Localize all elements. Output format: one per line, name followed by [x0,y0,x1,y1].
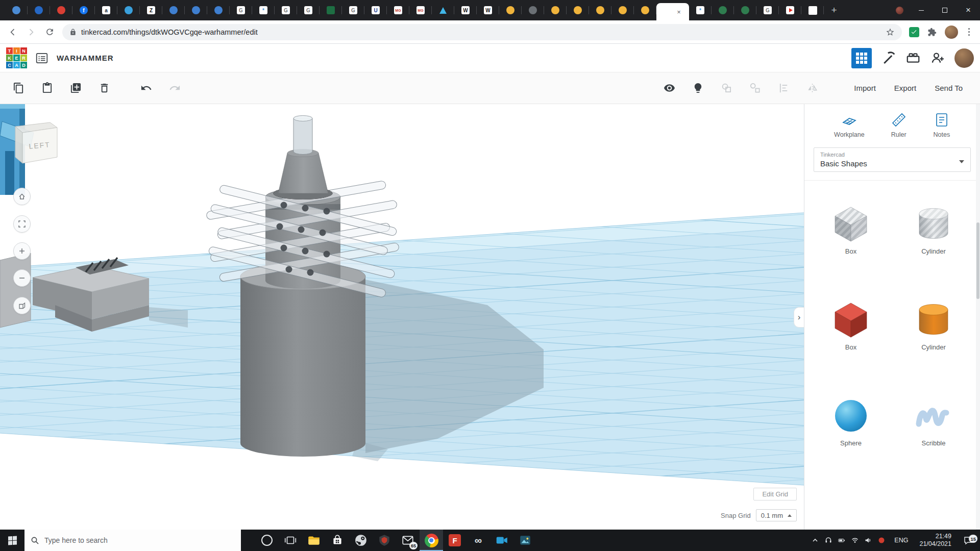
export-button[interactable]: Export [885,84,925,92]
taskbar-app-photos-app[interactable] [513,530,537,551]
model-top[interactable] [274,116,333,200]
taskbar-app-microsoft-store[interactable] [326,530,349,551]
designs-list-button[interactable] [35,52,48,65]
shape-scribble[interactable]: Scribble [914,396,953,447]
browser-profile-avatar[interactable] [945,26,958,39]
close-button[interactable]: × [957,0,980,20]
snap-grid-select[interactable]: 0.1 mm [756,509,797,521]
browser-tab[interactable] [611,0,634,20]
browser-tab[interactable] [589,0,611,20]
tray-battery-button[interactable] [835,536,848,544]
taskbar-app-file-explorer[interactable] [302,530,326,551]
import-button[interactable]: Import [845,84,885,92]
browser-tab[interactable]: G [275,0,297,20]
panel-collapse-handle[interactable]: › [794,307,804,328]
browser-tab[interactable]: MG [387,0,409,20]
paste-button[interactable] [37,78,57,98]
share-button[interactable] [930,51,945,66]
minimize-button[interactable] [910,0,933,20]
browser-tab[interactable] [5,0,28,20]
copy-button[interactable] [8,78,29,98]
browser-tab-active[interactable]: × [656,3,689,20]
browser-tab[interactable] [207,0,230,20]
browser-tab[interactable] [801,0,824,20]
new-tab-button[interactable]: + [827,3,841,17]
browser-tab[interactable] [320,0,342,20]
delete-button[interactable] [94,78,114,98]
fit-view-button[interactable] [13,215,31,233]
search-input[interactable] [44,536,235,544]
browser-tab[interactable] [634,0,656,20]
browser-tab[interactable]: G [297,0,320,20]
browser-tab[interactable]: U [364,0,387,20]
forward-button[interactable] [22,23,40,41]
taskbar-app-msi-center[interactable] [373,530,396,551]
tray-hidden-icons-button[interactable] [808,536,822,544]
start-button[interactable] [0,530,24,551]
scrollbar-thumb[interactable] [976,222,979,299]
browser-tab[interactable]: * [252,0,275,20]
taskbar-search[interactable] [24,530,241,551]
browser-tab[interactable] [117,0,140,20]
undo-button[interactable] [136,78,156,98]
view-3d-button[interactable] [851,48,872,68]
refresh-button[interactable] [41,23,58,41]
taskbar-app-steam[interactable] [349,530,373,551]
browser-tab[interactable]: W [454,0,477,20]
taskbar-app-mail[interactable]: 65 [396,530,420,551]
browser-tab[interactable]: a [95,0,117,20]
extensions-button[interactable] [923,23,941,41]
tray-headset-button[interactable] [822,536,835,544]
browser-tab[interactable] [567,0,589,20]
blocks-export-button[interactable] [881,51,896,66]
browser-tab[interactable] [162,0,185,20]
browser-tab[interactable] [734,0,756,20]
edit-grid-button[interactable]: Edit Grid [753,488,797,500]
browser-tab[interactable]: f [72,0,95,20]
toggle-visibility-button[interactable] [688,78,708,98]
zoom-in-button[interactable] [13,242,31,260]
browser-frame-badge-icon[interactable] [896,7,903,14]
back-button[interactable] [4,23,21,41]
tray-volume-button[interactable] [862,536,875,544]
maximize-button[interactable] [933,0,957,20]
shape-box[interactable]: Box [831,300,870,351]
zoom-out-button[interactable] [13,269,31,287]
browser-tab[interactable]: G [342,0,364,20]
extension-check-button[interactable] [909,27,919,37]
browser-tab[interactable] [432,0,454,20]
show-all-button[interactable] [659,78,679,98]
browser-tab[interactable] [712,0,734,20]
panel-tool-ruler[interactable]: Ruler [890,112,908,138]
3d-viewport[interactable]: LEFT [0,104,804,530]
browser-tab[interactable] [522,0,544,20]
browser-tab[interactable]: MG [409,0,432,20]
browser-tab[interactable]: * [689,0,712,20]
browser-tab[interactable] [499,0,522,20]
taskbar-app-task-view[interactable] [279,530,302,551]
shape-sphere[interactable]: Sphere [831,396,870,447]
send-to-button[interactable]: Send To [925,84,972,92]
action-center-button[interactable]: 15 [957,535,980,545]
duplicate-button[interactable] [65,78,86,98]
panel-scrollbar[interactable] [976,104,980,530]
browser-tab[interactable] [50,0,72,20]
browser-tab[interactable]: Z [140,0,162,20]
tinkercad-logo[interactable]: TINKERCAD [6,47,27,68]
perspective-toggle-button[interactable] [13,297,31,314]
viewcube[interactable]: LEFT [15,122,57,163]
browser-menu-button[interactable] [962,28,976,36]
tab-close-icon[interactable]: × [677,9,681,15]
3d-canvas[interactable]: LEFT › Edit Grid Snap Grid [0,104,804,530]
browser-tab[interactable] [544,0,567,20]
user-avatar[interactable] [954,48,974,68]
taskbar-clock[interactable]: 21:49 21/04/2021 [914,533,957,548]
panel-tool-workplane[interactable]: Workplane [834,112,865,138]
browser-tab[interactable]: G [756,0,779,20]
tray-wifi-button[interactable] [848,536,862,544]
shape-box[interactable]: Box [831,204,870,255]
panel-tool-notes[interactable]: Notes [933,112,950,138]
bookmark-button[interactable] [886,28,895,37]
shape-cylinder[interactable]: Cylinder [914,204,953,255]
shape-library-select[interactable]: Tinkercad Basic Shapes [814,147,971,172]
